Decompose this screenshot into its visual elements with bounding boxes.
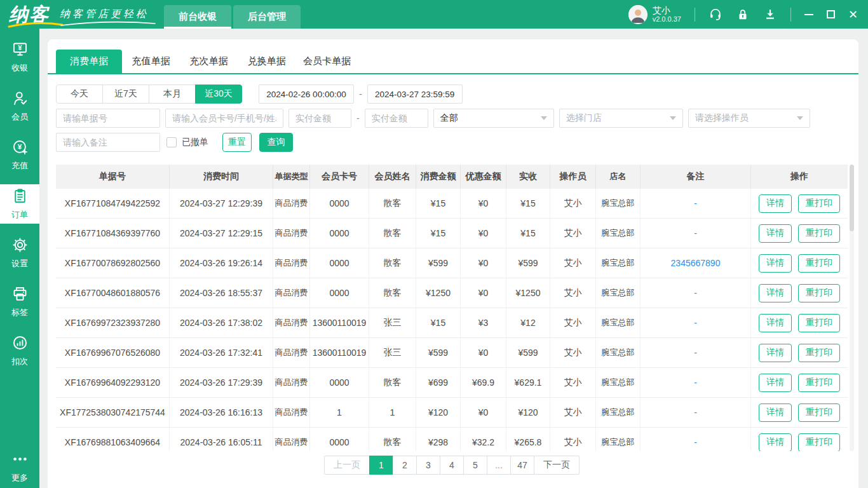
cell-优惠金额: ¥0 xyxy=(461,338,506,367)
nav-tab-backoffice[interactable]: 后台管理 xyxy=(233,5,301,29)
cell-操作员: 艾小 xyxy=(550,398,596,427)
detail-button[interactable]: 详情 xyxy=(759,284,792,302)
cell-优惠金额: ¥0 xyxy=(461,219,506,248)
cell-actions: 详情重打印 xyxy=(751,278,848,308)
quick-range-近7天[interactable]: 近7天 xyxy=(102,85,149,104)
type-select[interactable]: 全部 xyxy=(433,109,554,128)
support-icon[interactable] xyxy=(709,8,722,22)
cell-操作员: 艾小 xyxy=(550,428,596,451)
app-logo: 纳客 xyxy=(9,5,50,24)
sidebar-item-settings[interactable]: 设置 xyxy=(0,233,39,273)
cell-消费时间: 2024-03-26 16:05:11 xyxy=(170,428,273,451)
paid-amount-min-input[interactable] xyxy=(288,109,351,128)
avatar xyxy=(628,5,648,24)
page-button-4[interactable]: 4 xyxy=(440,456,464,475)
store-select[interactable]: 选择门店 xyxy=(559,109,683,128)
slogan: 纳客管店更轻松 xyxy=(60,8,149,21)
maximize-icon[interactable] xyxy=(827,10,835,18)
column-member-name: 会员姓名 xyxy=(369,165,416,189)
scrollbar-thumb[interactable] xyxy=(850,165,854,231)
tab-充次单据[interactable]: 充次单据 xyxy=(180,50,238,73)
sidebar-item-member[interactable]: 会员 xyxy=(0,86,39,126)
search-button[interactable]: 查询 xyxy=(259,133,293,152)
divider xyxy=(790,8,791,22)
prev-page-button[interactable]: 上一页 xyxy=(324,456,370,475)
detail-button[interactable]: 详情 xyxy=(759,224,792,243)
detail-button[interactable]: 详情 xyxy=(759,374,792,392)
detail-button[interactable]: 详情 xyxy=(759,403,792,422)
reset-button[interactable]: 重置 xyxy=(222,133,252,152)
tab-充值单据[interactable]: 充值单据 xyxy=(122,50,180,73)
cell-优惠金额: ¥3 xyxy=(461,308,506,337)
tab-会员卡单据[interactable]: 会员卡单据 xyxy=(295,50,358,73)
page-button-3[interactable]: 3 xyxy=(416,456,440,475)
tab-消费单据[interactable]: 消费单据 xyxy=(56,50,122,73)
cell-单据类型: 商品消费 xyxy=(273,219,310,248)
quick-range-本月[interactable]: 本月 xyxy=(149,85,196,104)
cell-优惠金额: ¥69.9 xyxy=(461,368,506,397)
page-button-1[interactable]: 1 xyxy=(369,456,393,475)
cell-单据类型: 商品消费 xyxy=(273,248,310,278)
remark-input[interactable] xyxy=(56,133,160,152)
sidebar-item-more[interactable]: 更多 xyxy=(0,451,39,483)
member-search-input[interactable] xyxy=(165,109,283,128)
sidebar-item-deduct[interactable]: 扣次 xyxy=(0,331,39,370)
cell-单据类型: 商品消费 xyxy=(273,338,310,367)
reprint-button[interactable]: 重打印 xyxy=(798,284,840,302)
sidebar-item-cashier[interactable]: ¥ 收银 xyxy=(0,37,39,77)
detail-button[interactable]: 详情 xyxy=(759,254,792,273)
cell-会员卡号: 13600110019 xyxy=(310,308,369,337)
cell-店名: 腕宝总部 xyxy=(596,248,641,278)
close-icon[interactable]: ✕ xyxy=(848,9,858,20)
detail-button[interactable]: 详情 xyxy=(759,314,792,332)
tab-兑换单据[interactable]: 兑换单据 xyxy=(238,50,295,73)
download-icon[interactable] xyxy=(763,8,777,22)
lock-icon[interactable] xyxy=(736,8,750,22)
detail-button[interactable]: 详情 xyxy=(759,433,792,452)
page-button-47[interactable]: 47 xyxy=(510,456,534,475)
paid-amount-max-input[interactable] xyxy=(365,109,428,128)
filter-row-fields: - 全部 选择门店 请选择操作员 xyxy=(56,109,858,128)
order-no-input[interactable] xyxy=(56,109,160,128)
user-block[interactable]: 艾小 v2.0.0.37 xyxy=(628,5,681,24)
reprint-button[interactable]: 重打印 xyxy=(798,194,840,213)
sidebar-item-orders[interactable]: 订单 xyxy=(0,184,39,224)
reprint-button[interactable]: 重打印 xyxy=(798,403,840,422)
next-page-button[interactable]: 下一页 xyxy=(534,456,580,475)
cell-实收: ¥15 xyxy=(506,219,550,248)
cell-店名: 腕宝总部 xyxy=(596,219,641,248)
cell-消费时间: 2024-03-26 17:29:39 xyxy=(170,368,273,397)
reprint-button[interactable]: 重打印 xyxy=(798,433,840,452)
settings-icon xyxy=(11,236,29,256)
detail-button[interactable]: 详情 xyxy=(759,344,792,362)
cell-消费金额: ¥120 xyxy=(416,398,461,427)
date-to-input[interactable] xyxy=(367,85,463,104)
reprint-button[interactable]: 重打印 xyxy=(798,344,840,362)
page-button-2[interactable]: 2 xyxy=(393,456,417,475)
nav-tab-front-cashier[interactable]: 前台收银 xyxy=(164,5,231,29)
quick-range-今天[interactable]: 今天 xyxy=(56,85,103,104)
amount-range-separator: - xyxy=(356,113,360,123)
reprint-button[interactable]: 重打印 xyxy=(798,314,840,332)
revoked-checkbox[interactable] xyxy=(166,137,177,147)
page-button-5[interactable]: 5 xyxy=(463,456,487,475)
sidebar-item-label-print[interactable]: 标签 xyxy=(0,282,39,322)
table-row: XF167710847494225922024-03-27 12:29:39商品… xyxy=(56,189,848,219)
cell-会员卡号: 13600110019 xyxy=(310,338,369,367)
cell-单据类型: 商品消费 xyxy=(273,308,310,337)
cell-店名: 腕宝总部 xyxy=(596,338,641,367)
minimize-icon[interactable] xyxy=(804,14,813,15)
cell-会员卡号: 1 xyxy=(310,398,369,427)
column-operator: 操作员 xyxy=(550,165,596,189)
reprint-button[interactable]: 重打印 xyxy=(798,224,840,243)
reprint-button[interactable]: 重打印 xyxy=(798,254,840,273)
date-from-input[interactable] xyxy=(259,85,354,104)
detail-button[interactable]: 详情 xyxy=(759,194,792,213)
cell-单据号: XF16769967076526080 xyxy=(56,338,170,367)
operator-select[interactable]: 请选择操作员 xyxy=(688,109,810,128)
table-scrollbar[interactable] xyxy=(850,165,854,451)
cell-单据类型: 商品消费 xyxy=(273,189,310,218)
reprint-button[interactable]: 重打印 xyxy=(798,374,840,392)
sidebar-item-recharge[interactable]: ¥ 充值 xyxy=(0,135,39,175)
quick-range-近30天[interactable]: 近30天 xyxy=(195,85,242,104)
